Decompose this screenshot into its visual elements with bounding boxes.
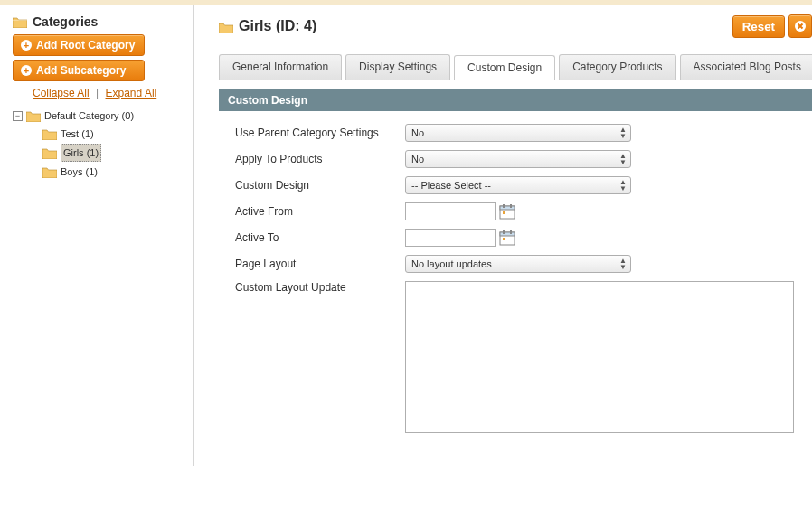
label-active-to: Active To (235, 231, 405, 244)
svg-rect-9 (510, 230, 512, 234)
tree-toggle-icon[interactable]: − (13, 111, 23, 121)
tree-node-label: Test (1) (61, 126, 94, 142)
tree-root[interactable]: − Default Category (0) (13, 107, 187, 125)
tab-custom-design[interactable]: Custom Design (454, 55, 555, 80)
select-custom-design[interactable]: -- Please Select -- ▲▼ (405, 176, 631, 194)
main-content: Girls (ID: 4) Reset General Information … (194, 5, 812, 466)
plus-icon: + (21, 40, 32, 51)
label-apply-products: Apply To Products (235, 153, 405, 165)
folder-icon (219, 21, 233, 33)
folder-icon (13, 16, 27, 28)
delete-button[interactable] (788, 14, 812, 38)
page-title: Girls (ID: 4) (219, 18, 316, 34)
input-active-from[interactable] (405, 202, 496, 220)
collapse-all-link[interactable]: Collapse All (33, 87, 90, 99)
page-title-text: Girls (ID: 4) (239, 18, 316, 34)
category-tree: − Default Category (0) Test (1) Girls (1… (13, 107, 187, 181)
svg-rect-8 (503, 230, 505, 234)
tree-node-label: Boys (1) (61, 164, 98, 180)
reset-button[interactable]: Reset (732, 15, 785, 38)
tab-category-products[interactable]: Category Products (559, 54, 675, 80)
select-apply-products[interactable]: No ▲▼ (405, 150, 631, 168)
folder-icon (42, 166, 57, 178)
textarea-layout-update[interactable] (405, 281, 794, 433)
tree-item-boys[interactable]: Boys (1) (29, 163, 187, 181)
expand-all-link[interactable]: Expand All (106, 87, 157, 99)
add-root-category-button[interactable]: +Add Root Category (13, 34, 145, 56)
sidebar-title: Categories (13, 14, 187, 29)
label-layout-update: Custom Layout Update (235, 281, 405, 294)
folder-icon (42, 147, 57, 159)
select-use-parent[interactable]: No ▲▼ (405, 124, 631, 142)
tab-display-settings[interactable]: Display Settings (345, 54, 450, 80)
svg-rect-3 (503, 204, 505, 208)
calendar-icon[interactable] (499, 230, 515, 246)
calendar-icon[interactable] (499, 203, 515, 220)
svg-rect-5 (503, 211, 505, 214)
svg-rect-7 (500, 232, 515, 236)
tab-associated-blog-posts[interactable]: Associated Blog Posts (680, 54, 812, 80)
label-use-parent: Use Parent Category Settings (235, 127, 405, 139)
plus-icon: + (21, 65, 32, 76)
label-custom-design: Custom Design (235, 179, 405, 192)
tree-node-label: Default Category (0) (44, 108, 134, 124)
form: Use Parent Category Settings No ▲▼ Apply… (219, 111, 812, 433)
folder-icon (26, 110, 41, 122)
label-active-from: Active From (235, 205, 405, 218)
label-page-layout: Page Layout (235, 258, 405, 270)
tree-item-test[interactable]: Test (1) (29, 125, 187, 143)
svg-rect-10 (503, 238, 505, 240)
sidebar-title-text: Categories (33, 14, 98, 29)
tabs: General Information Display Settings Cus… (219, 54, 812, 80)
chevron-updown-icon: ▲▼ (619, 179, 627, 192)
svg-rect-2 (500, 206, 515, 210)
input-active-to[interactable] (405, 229, 496, 247)
tree-node-label: Girls (1) (61, 144, 101, 162)
select-page-layout[interactable]: No layout updates ▲▼ (405, 255, 631, 273)
chevron-updown-icon: ▲▼ (619, 258, 627, 270)
add-subcategory-button[interactable]: +Add Subcategory (13, 60, 145, 81)
separator: | (96, 87, 99, 99)
tree-item-girls[interactable]: Girls (1) (29, 143, 187, 163)
sidebar: Categories +Add Root Category +Add Subca… (0, 5, 194, 466)
chevron-updown-icon: ▲▼ (619, 153, 627, 165)
close-icon (794, 20, 807, 33)
svg-rect-4 (510, 204, 512, 208)
folder-icon (42, 128, 57, 140)
tab-general-information[interactable]: General Information (219, 54, 342, 80)
chevron-updown-icon: ▲▼ (619, 127, 627, 139)
section-header: Custom Design (219, 89, 812, 111)
